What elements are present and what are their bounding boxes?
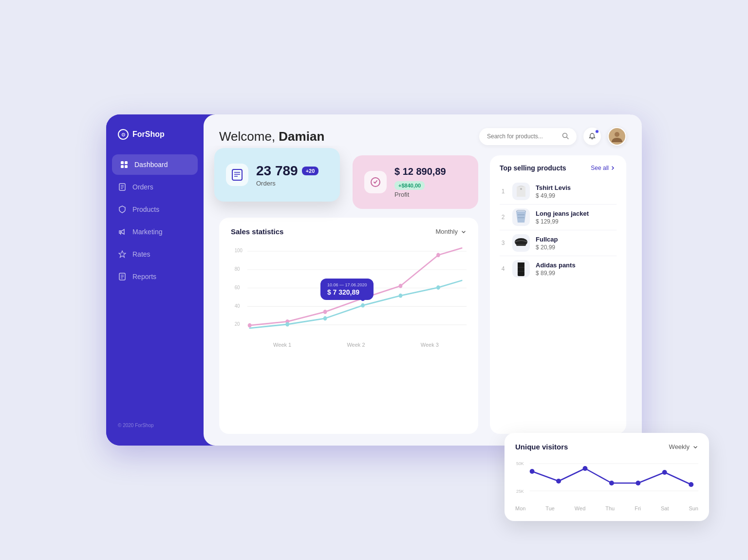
- svg-line-14: [567, 137, 569, 139]
- chart-x-labels: Week 1 Week 2 Week 3: [231, 339, 467, 348]
- svg-text:20: 20: [235, 321, 240, 327]
- marketing-icon: [118, 227, 127, 236]
- svg-point-40: [361, 303, 365, 308]
- header: Welcome, Damian: [204, 114, 642, 146]
- chart-header: Sales statistics Monthly: [231, 227, 467, 236]
- sidebar-item-label: Dashboard: [134, 161, 168, 168]
- main-content: Welcome, Damian: [204, 114, 642, 446]
- svg-point-56: [636, 481, 640, 485]
- user-avatar[interactable]: [608, 127, 626, 146]
- products-icon: [118, 205, 127, 214]
- visitors-header: Unique visitors Weekly: [515, 443, 698, 451]
- product-image-1: [512, 208, 530, 226]
- orders-stat-card: 23 789 +20 Orders: [214, 148, 340, 202]
- chart-area: 10.06 — 17.06.2020 $ 7 320,89 100 80 60 …: [231, 242, 467, 339]
- svg-point-37: [436, 253, 440, 257]
- svg-rect-17: [232, 169, 242, 180]
- reports-icon: [118, 272, 127, 281]
- notification-dot: [595, 130, 599, 133]
- product-info-0: Tshirt Levis $ 49,99: [536, 184, 617, 199]
- svg-point-39: [323, 316, 327, 320]
- logo-icon: ⊙: [118, 129, 129, 140]
- search-input[interactable]: [487, 133, 558, 140]
- weekly-selector[interactable]: Weekly: [669, 443, 698, 450]
- rates-icon: [118, 250, 127, 259]
- profit-card-icon: [364, 171, 387, 193]
- dashboard-icon: [120, 160, 129, 169]
- visitors-svg: 50K 25K: [515, 458, 698, 502]
- product-image-2: [512, 234, 530, 252]
- profit-stat-card: $ 12 890,89 +$840,00 Profit: [353, 155, 478, 209]
- product-row: 1 Tshirt Levis $ 49,99: [500, 179, 617, 205]
- svg-text:100: 100: [235, 248, 243, 254]
- sidebar-item-orders[interactable]: Orders: [106, 177, 204, 197]
- sidebar-item-rates[interactable]: Rates: [106, 244, 204, 264]
- profit-label: Profit: [394, 191, 467, 198]
- sidebar-item-label: Marketing: [132, 228, 162, 236]
- svg-text:50K: 50K: [516, 461, 524, 466]
- svg-point-58: [689, 482, 693, 487]
- svg-point-32: [248, 323, 252, 328]
- products-title: Top selling products: [500, 164, 566, 172]
- visitors-card: Unique visitors Weekly 50K 25K: [505, 433, 709, 521]
- orders-stat-info: 23 789 +20 Orders: [256, 163, 318, 187]
- svg-rect-45: [516, 244, 526, 246]
- sales-chart-container: Sales statistics Monthly 10.06 — 17.06.2…: [219, 218, 478, 434]
- product-image-0: [512, 183, 530, 200]
- sidebar-item-label: Reports: [132, 273, 156, 280]
- orders-stat-main: 23 789 +20: [256, 163, 318, 179]
- svg-point-43: [520, 188, 522, 190]
- products-list: 1 Tshirt Levis $ 49,99: [500, 179, 617, 281]
- sidebar: ⊙ ForShop Dashboard: [106, 114, 204, 446]
- svg-point-53: [556, 479, 561, 484]
- sidebar-footer: © 2020 ForShop: [106, 415, 204, 436]
- search-icon[interactable]: [562, 132, 569, 141]
- orders-card-icon: [226, 164, 248, 186]
- svg-point-52: [530, 469, 535, 474]
- svg-point-54: [583, 466, 588, 471]
- sidebar-item-label: Products: [132, 205, 159, 213]
- product-row: 4 Adidas pants $ 89,99: [500, 256, 617, 281]
- svg-point-55: [609, 481, 614, 485]
- search-bar[interactable]: [479, 128, 577, 145]
- visitors-x-labels: Mon Tue Wed Thu Fri Sat Sun: [515, 502, 698, 511]
- product-image-3: [512, 260, 530, 278]
- svg-rect-0: [121, 161, 124, 164]
- right-panel: Top selling products See all 1: [490, 155, 626, 434]
- chart-tooltip: 10.06 — 17.06.2020 $ 7 320,89: [320, 279, 374, 300]
- orders-number: 23 789: [256, 163, 298, 179]
- sidebar-item-label: Rates: [132, 250, 150, 258]
- app-frame: ⊙ ForShop Dashboard: [106, 114, 642, 446]
- see-all-link[interactable]: See all: [591, 165, 617, 171]
- profit-stat-info: $ 12 890,89 +$840,00 Profit: [394, 166, 467, 198]
- profit-badge: +$840,00: [394, 181, 425, 190]
- products-header: Top selling products See all: [500, 164, 617, 172]
- svg-point-42: [436, 285, 440, 290]
- period-selector[interactable]: Monthly: [435, 228, 467, 235]
- svg-point-41: [399, 294, 403, 298]
- visitors-chart-area: 50K 25K: [515, 458, 698, 502]
- header-right: [479, 127, 626, 146]
- visitors-title: Unique visitors: [515, 443, 568, 451]
- sidebar-item-label: Orders: [132, 183, 153, 191]
- profit-number: $ 12 890,89: [394, 166, 446, 177]
- svg-point-57: [662, 470, 667, 475]
- sidebar-item-reports[interactable]: Reports: [106, 266, 204, 287]
- notification-button[interactable]: [583, 128, 601, 145]
- svg-rect-3: [125, 165, 128, 168]
- svg-text:60: 60: [235, 284, 240, 290]
- profit-stat-main: $ 12 890,89 +$840,00: [394, 166, 467, 190]
- content-body: 23 789 +20 Orders: [204, 146, 642, 446]
- svg-marker-8: [119, 251, 126, 258]
- sidebar-item-dashboard[interactable]: Dashboard: [112, 154, 198, 175]
- orders-icon: [118, 183, 127, 191]
- svg-point-38: [285, 322, 289, 327]
- svg-rect-1: [125, 161, 128, 164]
- svg-text:40: 40: [235, 303, 240, 309]
- sidebar-item-marketing[interactable]: Marketing: [106, 222, 204, 242]
- svg-rect-2: [121, 165, 124, 168]
- sidebar-item-products[interactable]: Products: [106, 199, 204, 220]
- product-row: 3 Fullcap $ 20,99: [500, 230, 617, 256]
- sidebar-logo: ⊙ ForShop: [106, 129, 204, 154]
- svg-point-36: [399, 284, 403, 288]
